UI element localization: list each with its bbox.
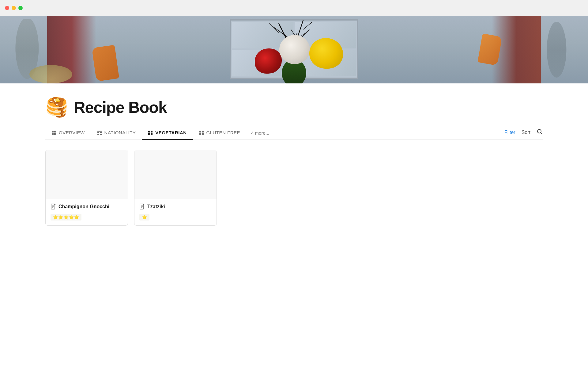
doc-icon-champignon [51,204,56,211]
sort-button[interactable]: Sort [522,130,530,135]
svg-rect-18 [148,131,150,132]
svg-point-26 [537,129,541,133]
card-image-tzatziki [134,150,217,199]
doc-icon-tzatziki [139,204,145,211]
svg-rect-17 [100,134,102,135]
search-button[interactable] [537,128,543,136]
tab-gluten-free-label: GLUTEN FREE [206,130,240,135]
main-content: 🥞 Recipe Book OVERVIEW NATIONALITY [0,83,588,238]
minimize-button[interactable] [12,6,16,10]
svg-rect-12 [54,133,56,135]
titlebar [0,0,588,16]
card-image-champignon [46,150,128,199]
tab-vegetarian[interactable]: VEGETARIAN [142,126,193,140]
search-icon [537,128,543,135]
tabs-row: OVERVIEW NATIONALITY VEGETARIAN GLUTEN F… [45,126,543,140]
card-title-row-tzatziki: Tzatziki [139,203,212,211]
svg-rect-16 [97,134,99,135]
svg-rect-9 [52,131,54,132]
svg-rect-23 [202,131,204,132]
grid-icon [51,130,56,135]
card-body-champignon: Champignon Gnocchi ⭐⭐⭐⭐⭐ [46,199,128,225]
svg-rect-14 [97,132,99,133]
card-tzatziki[interactable]: Tzatziki ⭐ [134,150,217,226]
svg-rect-13 [97,131,102,132]
tab-nationality[interactable]: NATIONALITY [91,126,142,140]
tab-vegetarian-label: VEGETARIAN [155,130,187,135]
cards-grid: Champignon Gnocchi ⭐⭐⭐⭐⭐ [45,150,543,226]
svg-rect-21 [151,133,153,135]
hero-image [0,16,588,83]
svg-rect-19 [151,131,153,132]
maximize-button[interactable] [18,6,23,10]
svg-rect-22 [199,131,201,132]
document-icon-2 [139,204,145,210]
svg-rect-15 [100,132,102,133]
svg-line-27 [541,133,542,134]
document-icon [51,204,56,210]
tab-nationality-label: NATIONALITY [104,130,136,135]
close-button[interactable] [5,6,9,10]
filter-button[interactable]: Filter [504,130,515,135]
svg-rect-25 [202,133,204,135]
page-title: Recipe Book [74,98,167,117]
svg-rect-10 [54,131,56,132]
card-body-tzatziki: Tzatziki ⭐ [134,199,217,225]
tab-overview[interactable]: OVERVIEW [45,126,91,140]
tabs-actions: Filter Sort [504,128,543,137]
card-title-champignon: Champignon Gnocchi [58,203,109,210]
tab-overview-label: OVERVIEW [59,130,85,135]
page-emoji: 🥞 [45,98,68,117]
card-rating-tzatziki: ⭐ [139,214,149,220]
card-champignon-gnocchi[interactable]: Champignon Gnocchi ⭐⭐⭐⭐⭐ [45,150,128,226]
card-rating-champignon: ⭐⭐⭐⭐⭐ [51,214,81,220]
table-icon [97,130,102,135]
page-title-row: 🥞 Recipe Book [45,98,543,117]
svg-rect-24 [199,133,201,135]
tab-more[interactable]: 4 more... [246,127,274,139]
card-title-tzatziki: Tzatziki [147,203,165,210]
grid-icon-active [148,130,153,135]
svg-rect-11 [52,133,54,135]
svg-rect-20 [148,133,150,135]
tab-gluten-free[interactable]: GLUTEN FREE [193,126,247,140]
grid-icon-gf [199,130,204,135]
card-title-row-champignon: Champignon Gnocchi [51,203,123,211]
